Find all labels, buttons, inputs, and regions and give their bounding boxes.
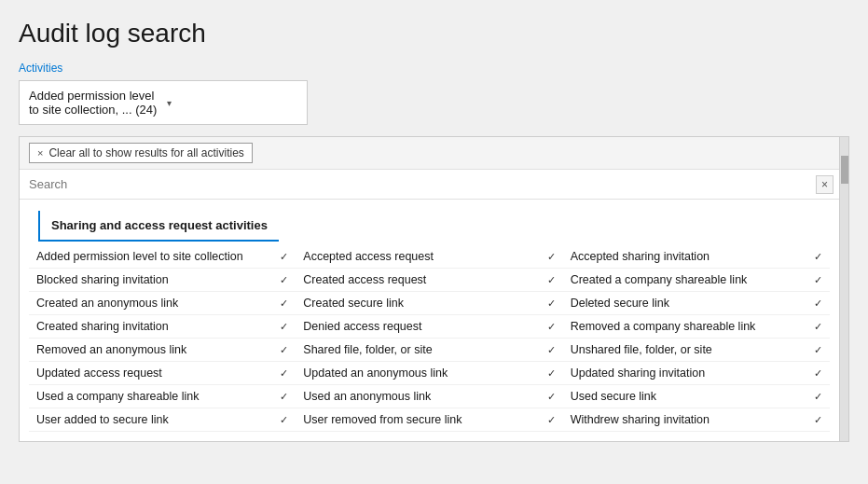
activity-label: Shared file, folder, or site xyxy=(303,343,432,356)
scrollbar-thumb[interactable] xyxy=(841,156,848,184)
check-icon: ✓ xyxy=(814,274,822,286)
activity-item[interactable]: Updated access request✓ xyxy=(29,362,296,385)
activity-label: Created a company shareable link xyxy=(571,273,748,286)
activity-label: Created an anonymous link xyxy=(36,297,178,310)
activity-item[interactable]: Removed a company shareable link✓ xyxy=(563,315,830,339)
check-icon: ✓ xyxy=(280,367,288,380)
activity-item[interactable]: User added to secure link✓ xyxy=(29,408,296,432)
activity-label: Updated access request xyxy=(36,366,162,380)
panel-content: × Clear all to show results for all acti… xyxy=(19,136,840,442)
page-title: Audit log search xyxy=(19,19,849,48)
activity-item[interactable]: Accepted access request✓ xyxy=(296,245,562,269)
activity-label: Used a company shareable link xyxy=(36,390,199,403)
activity-item[interactable]: Created sharing invitation✓ xyxy=(29,315,296,339)
activity-label: User removed from secure link xyxy=(303,413,462,426)
activity-item[interactable]: User removed from secure link✓ xyxy=(296,408,562,432)
activity-label: Used secure link xyxy=(571,390,656,403)
activity-item[interactable]: Withdrew sharing invitation✓ xyxy=(563,408,830,432)
activity-item[interactable]: Updated sharing invitation✓ xyxy=(563,362,830,385)
activity-item[interactable]: Denied access request✓ xyxy=(296,315,562,339)
check-icon: ✓ xyxy=(280,414,288,426)
check-icon: ✓ xyxy=(547,391,556,403)
check-icon: ✓ xyxy=(547,414,556,426)
activity-label: Updated sharing invitation xyxy=(571,366,706,380)
activities-grid: Added permission level to site collectio… xyxy=(20,242,839,441)
chevron-down-icon: ▾ xyxy=(167,98,297,108)
activity-item[interactable]: Removed an anonymous link✓ xyxy=(29,339,296,362)
close-icon: × xyxy=(37,147,43,159)
check-icon: ✓ xyxy=(280,321,288,333)
check-icon: ✓ xyxy=(547,321,556,333)
check-icon: ✓ xyxy=(814,414,822,426)
search-clear-icon[interactable]: × xyxy=(816,175,834,194)
check-icon: ✓ xyxy=(280,297,288,310)
activity-label: Used an anonymous link xyxy=(303,390,431,403)
activity-item[interactable]: Shared file, folder, or site✓ xyxy=(296,339,562,362)
scrollbar[interactable] xyxy=(840,136,849,442)
check-icon: ✓ xyxy=(547,297,556,310)
search-input[interactable] xyxy=(25,173,816,195)
activity-item[interactable]: Created access request✓ xyxy=(296,269,562,292)
check-icon: ✓ xyxy=(280,344,288,356)
check-icon: ✓ xyxy=(547,344,556,356)
dropdown-text: Added permission level to site collectio… xyxy=(29,89,159,117)
activity-label: Created sharing invitation xyxy=(36,320,169,333)
activity-label: User added to secure link xyxy=(36,413,169,426)
check-icon: ✓ xyxy=(814,321,822,333)
activities-dropdown[interactable]: Added permission level to site collectio… xyxy=(19,80,308,125)
activity-label: Denied access request xyxy=(303,320,421,333)
search-bar: × xyxy=(20,170,839,200)
page-container: Audit log search Activities Added permis… xyxy=(0,0,868,484)
activity-label: Accepted access request xyxy=(303,250,434,263)
activity-label: Created access request xyxy=(303,273,426,286)
activity-item[interactable]: Created secure link✓ xyxy=(296,292,562,315)
activity-item[interactable]: Created a company shareable link✓ xyxy=(563,269,830,292)
activity-item[interactable]: Updated an anonymous link✓ xyxy=(296,362,562,385)
section-label-row: Sharing and access request activities xyxy=(20,200,839,242)
check-icon: ✓ xyxy=(814,251,822,263)
activity-item[interactable]: Created an anonymous link✓ xyxy=(29,292,296,315)
check-icon: ✓ xyxy=(814,367,822,380)
activities-label: Activities xyxy=(19,62,849,75)
activity-item[interactable]: Used a company shareable link✓ xyxy=(29,385,296,408)
clear-bar: × Clear all to show results for all acti… xyxy=(20,137,839,170)
activity-label: Created secure link xyxy=(303,297,404,310)
activity-label: Removed an anonymous link xyxy=(36,343,186,356)
activity-label: Deleted secure link xyxy=(571,297,669,310)
dropdown-panel: × Clear all to show results for all acti… xyxy=(19,136,849,442)
check-icon: ✓ xyxy=(280,274,288,286)
activity-label: Updated an anonymous link xyxy=(303,366,448,380)
check-icon: ✓ xyxy=(814,391,822,403)
activity-label: Added permission level to site collectio… xyxy=(36,250,243,263)
check-icon: ✓ xyxy=(547,274,556,286)
activity-item[interactable]: Accepted sharing invitation✓ xyxy=(563,245,830,269)
check-icon: ✓ xyxy=(814,344,822,356)
check-icon: ✓ xyxy=(280,391,288,403)
activity-item[interactable]: Deleted secure link✓ xyxy=(563,292,830,315)
activity-item[interactable]: Used secure link✓ xyxy=(563,385,830,408)
activity-item[interactable]: Used an anonymous link✓ xyxy=(296,385,562,408)
clear-all-button[interactable]: × Clear all to show results for all acti… xyxy=(29,143,253,163)
activity-label: Blocked sharing invitation xyxy=(36,273,169,286)
check-icon: ✓ xyxy=(814,297,822,310)
activity-item[interactable]: Unshared file, folder, or site✓ xyxy=(563,339,830,362)
check-icon: ✓ xyxy=(547,251,556,263)
activity-label: Withdrew sharing invitation xyxy=(571,413,710,426)
activity-label: Accepted sharing invitation xyxy=(571,250,710,263)
activity-item[interactable]: Blocked sharing invitation✓ xyxy=(29,269,296,292)
clear-all-label: Clear all to show results for all activi… xyxy=(48,146,243,159)
activity-item[interactable]: Added permission level to site collectio… xyxy=(29,245,296,269)
check-icon: ✓ xyxy=(547,367,556,380)
activity-label: Removed a company shareable link xyxy=(571,320,756,333)
activity-label: Unshared file, folder, or site xyxy=(571,343,712,356)
check-icon: ✓ xyxy=(280,251,288,263)
section-header: Sharing and access request activities xyxy=(38,211,279,242)
